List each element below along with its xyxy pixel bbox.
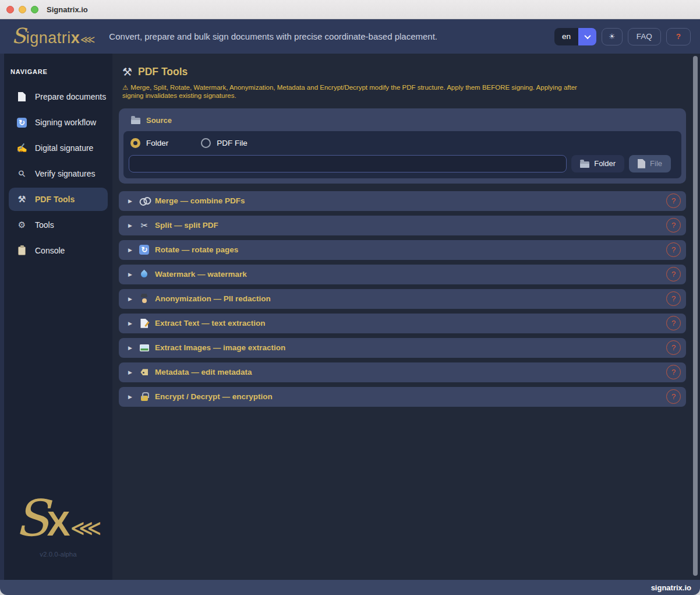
sidebar-item-label: Console [35,246,65,255]
expand-caret-icon: ▶ [128,223,132,228]
window-title: Signatrix.io [47,5,88,14]
sidebar-item-signing-workflow[interactable]: ↻ Signing workflow [9,111,108,134]
help-split-button[interactable]: ? [666,218,681,233]
theme-toggle-button[interactable]: ☀ [602,28,623,45]
warning-icon: ⚠ [122,84,128,91]
droplet-icon [139,271,150,277]
section-merge[interactable]: ▶ Merge — combine PDFs ? [119,191,686,211]
sidebar-item-pdf-tools[interactable]: ⚒ PDF Tools [9,188,108,211]
section-label: Extract Images — image extraction [155,343,666,352]
faq-button[interactable]: FAQ [628,28,661,45]
sidebar-item-label: Prepare documents [35,92,106,101]
sidebar-logo-x: X [47,504,70,544]
main-panel: ⚒ PDF Tools ⚠Merge, Split, Rotate, Water… [112,54,700,580]
hammer-wrench-icon: ⚒ [16,194,27,205]
language-selector[interactable]: en [554,28,596,45]
sync-icon: ↻ [16,118,27,128]
section-label: Encrypt / Decrypt — encryption [155,392,666,401]
source-path-input[interactable] [129,155,567,172]
section-label: Merge — combine PDFs [155,196,666,205]
sidebar-item-console[interactable]: Console [9,239,108,262]
section-label: Rotate — rotate pages [155,245,666,254]
app-root: Signatrix.io Signatrix⋘ Convert, prepare… [0,0,700,595]
magnifier-icon: ⚲ [16,168,27,179]
writing-hand-icon: ✍ [16,143,27,153]
source-panel: Source Folder PDF File [119,108,686,184]
language-dropdown-button[interactable] [578,28,596,45]
logo-chevrons-icon: ⋘ [80,33,96,46]
expand-caret-icon: ▶ [128,345,132,351]
link-rings-icon [139,197,150,205]
language-value: en [554,28,578,45]
expand-caret-icon: ▶ [128,369,132,375]
expand-caret-icon: ▶ [128,296,132,302]
minimize-button[interactable] [19,6,26,13]
help-anonymization-button[interactable]: ? [666,291,681,306]
tag-icon [139,369,150,375]
radio-option-folder[interactable]: Folder [130,138,168,148]
sidebar-item-label: Signing workflow [35,118,96,127]
section-anonymization[interactable]: ▶ Anonymization — PII redaction ? [119,289,686,309]
header-help-button[interactable]: ? [666,28,691,45]
traffic-lights [6,6,38,13]
browse-folder-button[interactable]: Folder [571,155,624,172]
app-tagline: Convert, prepare and bulk sign documents… [109,31,437,41]
section-label: Extract Text — text extraction [155,319,666,328]
help-extract-text-button[interactable]: ? [666,316,681,330]
sidebar-item-verify-signatures[interactable]: ⚲ Verify signatures [9,162,108,185]
help-metadata-button[interactable]: ? [666,365,681,379]
sidebar-item-digital-signature[interactable]: ✍ Digital signature [9,136,108,160]
radio-unselected-icon[interactable] [201,138,211,148]
detective-icon [139,294,150,303]
folder-icon [580,161,589,168]
logo-text: ignatri [26,29,71,47]
maximize-button[interactable] [31,6,38,13]
browse-file-label: File [650,159,662,168]
pdf-structure-warning: ⚠Merge, Split, Rotate, Watermark, Anonym… [122,83,599,100]
clipboard-icon [16,247,27,255]
radio-option-pdf-file[interactable]: PDF File [201,138,248,148]
section-label: Metadata — edit metadata [155,368,666,376]
section-encrypt-decrypt[interactable]: ▶ Encrypt / Decrypt — encryption ? [119,387,686,407]
app-version: v2.0.0-alpha [4,551,112,558]
radio-selected-icon[interactable] [130,138,140,148]
sidebar-item-prepare-documents[interactable]: Prepare documents [9,85,108,108]
sidebar-item-label: Digital signature [35,143,93,153]
sidebar-item-label: Tools [35,220,54,230]
page-title-row: ⚒ PDF Tools [122,65,686,79]
close-button[interactable] [6,6,14,13]
expand-caret-icon: ▶ [128,198,132,204]
sidebar: NAVIGARE Prepare documents ↻ Signing wor… [0,54,112,580]
source-path-row: Folder File [129,155,671,172]
help-merge-button[interactable]: ? [666,193,681,208]
memo-icon [139,319,150,328]
app-window: Signatrix⋘ Convert, prepare and bulk sig… [0,19,700,595]
section-extract-text[interactable]: ▶ Extract Text — text extraction ? [119,314,686,333]
browse-file-button[interactable]: File [629,155,671,172]
lock-icon [139,392,150,401]
help-watermark-button[interactable]: ? [666,267,681,281]
footer-brand: signatrix.io [651,583,691,592]
sidebar-item-label: Verify signatures [35,169,96,178]
help-rotate-button[interactable]: ? [666,242,681,257]
header-controls: en ☀ FAQ ? [554,28,691,45]
section-rotate[interactable]: ▶ ↻ Rotate — rotate pages ? [119,240,686,260]
section-watermark[interactable]: ▶ Watermark — watermark ? [119,265,686,284]
section-extract-images[interactable]: ▶ Extract Images — image extraction ? [119,338,686,358]
section-metadata[interactable]: ▶ Metadata — edit metadata ? [119,362,686,382]
sidebar-item-label: PDF Tools [35,195,75,204]
expand-caret-icon: ▶ [128,394,132,400]
radio-label: PDF File [217,139,248,147]
sidebar-item-tools[interactable]: ⚙ Tools [9,213,108,237]
sidebar-logo: SX⋘ [4,496,112,544]
sidebar-logo-s: S [15,496,49,541]
section-split[interactable]: ▶ ✂ Split — split PDF ? [119,216,686,235]
sun-icon: ☀ [609,32,616,41]
help-extract-images-button[interactable]: ? [666,340,681,355]
section-label: Anonymization — PII redaction [155,294,666,303]
source-panel-title: Source [146,116,172,125]
help-encrypt-decrypt-button[interactable]: ? [666,389,681,404]
wrench-icon: ⚙ [16,220,27,230]
radio-label: Folder [146,139,168,147]
scrollbar[interactable] [693,56,698,576]
